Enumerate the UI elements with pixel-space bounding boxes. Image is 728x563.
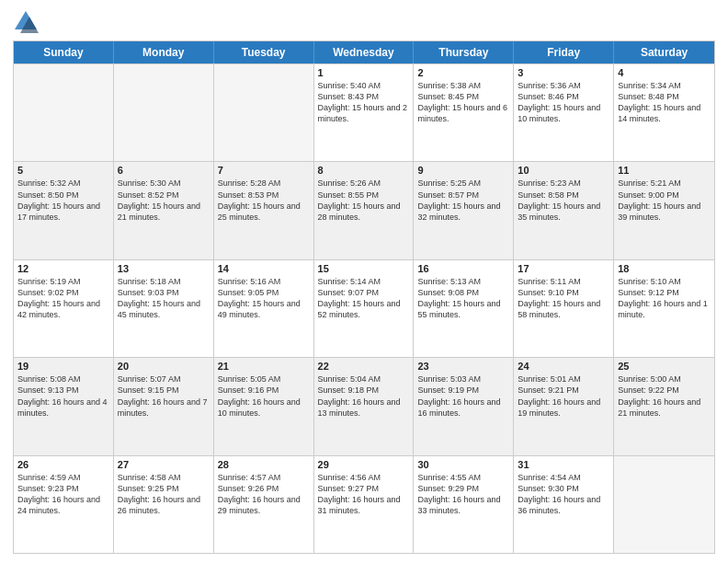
day-cell-11: 11Sunrise: 5:21 AM Sunset: 9:00 PM Dayli… xyxy=(614,162,714,259)
day-number: 30 xyxy=(417,459,509,470)
day-number: 19 xyxy=(17,361,109,372)
logo xyxy=(13,9,41,35)
cell-info: Sunrise: 5:07 AM Sunset: 9:15 PM Dayligh… xyxy=(118,373,210,419)
day-cell-30: 30Sunrise: 4:55 AM Sunset: 9:29 PM Dayli… xyxy=(414,456,514,553)
day-number: 15 xyxy=(318,263,410,274)
calendar-row-3: 12Sunrise: 5:19 AM Sunset: 9:02 PM Dayli… xyxy=(14,259,714,357)
day-number: 18 xyxy=(618,263,711,274)
day-cell-26: 26Sunrise: 4:59 AM Sunset: 9:23 PM Dayli… xyxy=(14,456,114,553)
cell-info: Sunrise: 4:54 AM Sunset: 9:30 PM Dayligh… xyxy=(518,472,609,517)
day-cell-20: 20Sunrise: 5:07 AM Sunset: 9:15 PM Dayli… xyxy=(114,358,214,454)
cell-info: Sunrise: 5:36 AM Sunset: 8:46 PM Dayligh… xyxy=(518,80,609,125)
day-cell-18: 18Sunrise: 5:10 AM Sunset: 9:12 PM Dayli… xyxy=(614,260,714,357)
day-cell-22: 22Sunrise: 5:04 AM Sunset: 9:18 PM Dayli… xyxy=(314,358,415,454)
calendar-body: 1Sunrise: 5:40 AM Sunset: 8:43 PM Daylig… xyxy=(14,63,714,553)
day-number: 24 xyxy=(518,361,609,372)
day-number: 3 xyxy=(518,67,609,78)
weekday-header-friday: Friday xyxy=(514,41,614,63)
calendar-header: SundayMondayTuesdayWednesdayThursdayFrid… xyxy=(14,41,714,63)
day-cell-15: 15Sunrise: 5:14 AM Sunset: 9:07 PM Dayli… xyxy=(314,260,415,357)
day-cell-10: 10Sunrise: 5:23 AM Sunset: 8:58 PM Dayli… xyxy=(514,162,614,259)
day-number: 20 xyxy=(118,361,210,372)
day-cell-2: 2Sunrise: 5:38 AM Sunset: 8:45 PM Daylig… xyxy=(414,64,514,161)
day-cell-14: 14Sunrise: 5:16 AM Sunset: 9:05 PM Dayli… xyxy=(214,260,314,357)
cell-info: Sunrise: 5:01 AM Sunset: 9:21 PM Dayligh… xyxy=(518,373,609,419)
weekday-header-tuesday: Tuesday xyxy=(214,41,314,63)
cell-info: Sunrise: 5:16 AM Sunset: 9:05 PM Dayligh… xyxy=(218,276,310,321)
day-number: 23 xyxy=(417,361,509,372)
empty-cell-4-6 xyxy=(614,456,714,553)
day-number: 27 xyxy=(118,459,210,470)
day-cell-21: 21Sunrise: 5:05 AM Sunset: 9:16 PM Dayli… xyxy=(214,358,314,454)
day-number: 2 xyxy=(417,67,509,78)
day-cell-4: 4Sunrise: 5:34 AM Sunset: 8:48 PM Daylig… xyxy=(614,64,714,161)
day-cell-17: 17Sunrise: 5:11 AM Sunset: 9:10 PM Dayli… xyxy=(514,260,614,357)
cell-info: Sunrise: 5:05 AM Sunset: 9:16 PM Dayligh… xyxy=(218,373,310,419)
day-number: 4 xyxy=(618,67,711,78)
day-number: 28 xyxy=(218,459,310,470)
day-number: 12 xyxy=(17,263,109,274)
day-number: 7 xyxy=(218,165,310,176)
calendar-row-4: 19Sunrise: 5:08 AM Sunset: 9:13 PM Dayli… xyxy=(14,357,714,454)
cell-info: Sunrise: 5:38 AM Sunset: 8:45 PM Dayligh… xyxy=(417,80,509,125)
day-cell-29: 29Sunrise: 4:56 AM Sunset: 9:27 PM Dayli… xyxy=(314,456,415,553)
day-cell-7: 7Sunrise: 5:28 AM Sunset: 8:53 PM Daylig… xyxy=(214,162,314,259)
header xyxy=(13,9,715,35)
calendar: SundayMondayTuesdayWednesdayThursdayFrid… xyxy=(13,40,715,554)
day-cell-27: 27Sunrise: 4:58 AM Sunset: 9:25 PM Dayli… xyxy=(114,456,214,553)
cell-info: Sunrise: 4:56 AM Sunset: 9:27 PM Dayligh… xyxy=(318,472,410,517)
day-cell-9: 9Sunrise: 5:25 AM Sunset: 8:57 PM Daylig… xyxy=(414,162,514,259)
day-cell-19: 19Sunrise: 5:08 AM Sunset: 9:13 PM Dayli… xyxy=(14,358,114,454)
day-number: 17 xyxy=(518,263,609,274)
day-cell-13: 13Sunrise: 5:18 AM Sunset: 9:03 PM Dayli… xyxy=(114,260,214,357)
day-number: 11 xyxy=(618,165,711,176)
day-cell-23: 23Sunrise: 5:03 AM Sunset: 9:19 PM Dayli… xyxy=(414,358,514,454)
cell-info: Sunrise: 5:11 AM Sunset: 9:10 PM Dayligh… xyxy=(518,276,609,321)
weekday-header-monday: Monday xyxy=(114,41,214,63)
cell-info: Sunrise: 5:04 AM Sunset: 9:18 PM Dayligh… xyxy=(318,373,410,419)
day-number: 9 xyxy=(417,165,509,176)
cell-info: Sunrise: 5:34 AM Sunset: 8:48 PM Dayligh… xyxy=(618,80,711,125)
day-number: 13 xyxy=(118,263,210,274)
day-cell-1: 1Sunrise: 5:40 AM Sunset: 8:43 PM Daylig… xyxy=(314,64,415,161)
day-number: 26 xyxy=(17,459,109,470)
day-number: 6 xyxy=(118,165,210,176)
empty-cell-0-1 xyxy=(114,64,214,161)
day-number: 14 xyxy=(218,263,310,274)
cell-info: Sunrise: 4:57 AM Sunset: 9:26 PM Dayligh… xyxy=(218,472,310,517)
cell-info: Sunrise: 5:08 AM Sunset: 9:13 PM Dayligh… xyxy=(17,373,109,419)
cell-info: Sunrise: 4:55 AM Sunset: 9:29 PM Dayligh… xyxy=(417,472,509,517)
day-number: 5 xyxy=(17,165,109,176)
cell-info: Sunrise: 5:32 AM Sunset: 8:50 PM Dayligh… xyxy=(17,178,109,223)
weekday-header-saturday: Saturday xyxy=(614,41,714,63)
cell-info: Sunrise: 5:18 AM Sunset: 9:03 PM Dayligh… xyxy=(118,276,210,321)
cell-info: Sunrise: 5:26 AM Sunset: 8:55 PM Dayligh… xyxy=(318,178,410,223)
day-cell-25: 25Sunrise: 5:00 AM Sunset: 9:22 PM Dayli… xyxy=(614,358,714,454)
day-cell-24: 24Sunrise: 5:01 AM Sunset: 9:21 PM Dayli… xyxy=(514,358,614,454)
day-cell-31: 31Sunrise: 4:54 AM Sunset: 9:30 PM Dayli… xyxy=(514,456,614,553)
cell-info: Sunrise: 5:21 AM Sunset: 9:00 PM Dayligh… xyxy=(618,178,711,223)
cell-info: Sunrise: 4:58 AM Sunset: 9:25 PM Dayligh… xyxy=(118,472,210,517)
cell-info: Sunrise: 5:03 AM Sunset: 9:19 PM Dayligh… xyxy=(417,373,509,419)
empty-cell-0-2 xyxy=(214,64,314,161)
cell-info: Sunrise: 5:30 AM Sunset: 8:52 PM Dayligh… xyxy=(118,178,210,223)
calendar-row-5: 26Sunrise: 4:59 AM Sunset: 9:23 PM Dayli… xyxy=(14,455,714,553)
empty-cell-0-0 xyxy=(14,64,114,161)
cell-info: Sunrise: 5:25 AM Sunset: 8:57 PM Dayligh… xyxy=(417,178,509,223)
cell-info: Sunrise: 5:19 AM Sunset: 9:02 PM Dayligh… xyxy=(17,276,109,321)
weekday-header-wednesday: Wednesday xyxy=(314,41,415,63)
day-cell-3: 3Sunrise: 5:36 AM Sunset: 8:46 PM Daylig… xyxy=(514,64,614,161)
day-cell-5: 5Sunrise: 5:32 AM Sunset: 8:50 PM Daylig… xyxy=(14,162,114,259)
cell-info: Sunrise: 4:59 AM Sunset: 9:23 PM Dayligh… xyxy=(17,472,109,517)
day-number: 29 xyxy=(318,459,410,470)
day-cell-12: 12Sunrise: 5:19 AM Sunset: 9:02 PM Dayli… xyxy=(14,260,114,357)
day-cell-28: 28Sunrise: 4:57 AM Sunset: 9:26 PM Dayli… xyxy=(214,456,314,553)
day-number: 21 xyxy=(218,361,310,372)
day-number: 16 xyxy=(417,263,509,274)
day-number: 8 xyxy=(318,165,410,176)
day-number: 10 xyxy=(518,165,609,176)
cell-info: Sunrise: 5:28 AM Sunset: 8:53 PM Dayligh… xyxy=(218,178,310,223)
calendar-row-1: 1Sunrise: 5:40 AM Sunset: 8:43 PM Daylig… xyxy=(14,63,714,161)
calendar-row-2: 5Sunrise: 5:32 AM Sunset: 8:50 PM Daylig… xyxy=(14,161,714,259)
page: SundayMondayTuesdayWednesdayThursdayFrid… xyxy=(0,0,728,563)
